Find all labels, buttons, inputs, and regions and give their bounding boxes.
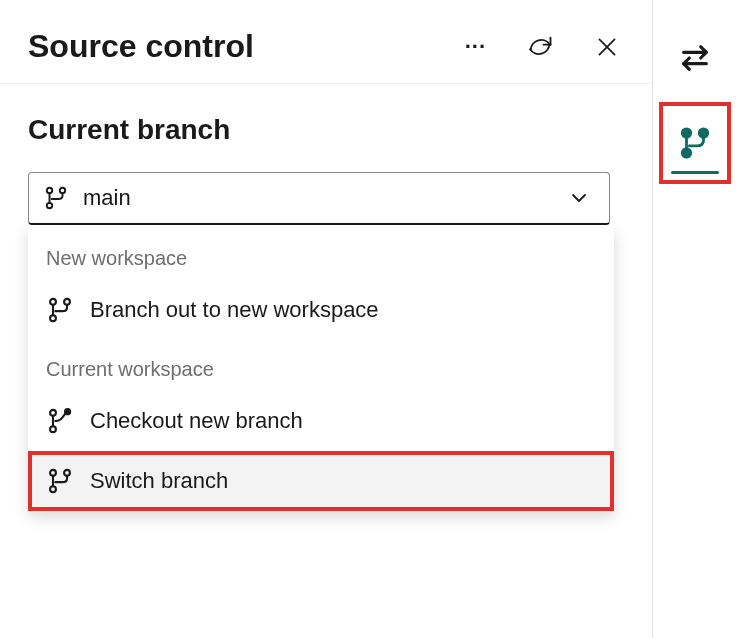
dropdown-item-branch-out[interactable]: Branch out to new workspace — [28, 280, 614, 340]
refresh-button[interactable] — [522, 29, 558, 65]
refresh-icon — [526, 33, 554, 61]
close-icon — [594, 34, 620, 60]
branch-select: main New workspace Branch out to — [28, 172, 610, 225]
branch-icon — [678, 126, 712, 160]
svg-point-10 — [65, 409, 70, 414]
dropdown-item-label: Checkout new branch — [90, 408, 303, 434]
close-button[interactable] — [590, 30, 624, 64]
chevron-down-icon — [567, 186, 591, 210]
sync-arrows-icon — [678, 41, 712, 75]
current-branch-section: Current branch main — [0, 84, 652, 225]
branch-select-trigger[interactable]: main — [28, 172, 610, 225]
branch-icon — [43, 185, 69, 211]
header-actions: ··· — [461, 29, 624, 65]
dropdown-item-label: Switch branch — [90, 468, 228, 494]
dropdown-item-label: Branch out to new workspace — [90, 297, 379, 323]
right-rail — [654, 0, 736, 638]
checkout-branch-icon — [46, 407, 74, 435]
rail-active-indicator — [671, 171, 719, 174]
page-title: Source control — [28, 28, 254, 65]
more-icon: ··· — [465, 36, 486, 58]
branch-icon — [46, 296, 74, 324]
dropdown-item-checkout-new-branch[interactable]: Checkout new branch — [28, 391, 614, 451]
dropdown-item-switch-branch[interactable]: Switch branch — [28, 451, 614, 511]
dropdown-group-new-workspace: New workspace — [28, 225, 614, 280]
branch-select-value: main — [83, 185, 131, 211]
more-button[interactable]: ··· — [461, 32, 490, 62]
rail-sync-button[interactable] — [665, 30, 725, 86]
dropdown-group-current-workspace: Current workspace — [28, 340, 614, 391]
branch-dropdown: New workspace Branch out to new workspac… — [28, 225, 614, 511]
header: Source control ··· — [0, 0, 652, 84]
section-heading: Current branch — [28, 114, 624, 146]
rail-source-control-button[interactable] — [663, 106, 727, 180]
branch-icon — [46, 467, 74, 495]
